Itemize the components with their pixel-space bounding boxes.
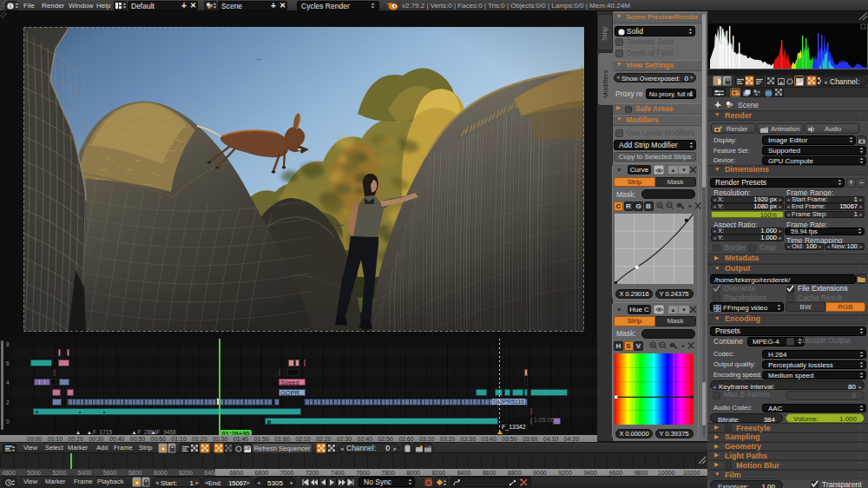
svg-text:01:50: 01:50: [254, 436, 270, 442]
svg-text:00:40: 00:40: [109, 436, 125, 442]
svg-text:04:10: 04:10: [543, 436, 559, 442]
svg-text:02:40: 02:40: [358, 436, 373, 442]
svg-text:01:40: 01:40: [233, 436, 249, 442]
svg-text:02:20: 02:20: [316, 436, 332, 442]
svg-text:01:10: 01:10: [171, 436, 187, 442]
svg-text:03:30: 03:30: [461, 436, 477, 442]
svg-text:01:60: 01:60: [274, 436, 290, 442]
svg-text:00:20: 00:20: [68, 436, 83, 442]
svg-text:03:50: 03:50: [502, 436, 517, 442]
svg-text:i: i: [10, 3, 11, 9]
svg-text:01:30: 01:30: [213, 436, 228, 442]
svg-text:02:50: 02:50: [378, 436, 393, 442]
svg-text:00:50: 00:50: [130, 436, 146, 442]
svg-text:F_13342: F_13342: [502, 425, 526, 431]
svg-text:03:10: 03:10: [419, 436, 435, 442]
svg-text:01:20: 01:20: [192, 436, 207, 442]
svg-text:04:20: 04:20: [564, 436, 580, 442]
svg-text:02:30: 02:30: [337, 436, 352, 442]
svg-text:02:10: 02:10: [295, 436, 311, 442]
svg-text:00:60: 00:60: [151, 436, 167, 442]
svg-text:03:40: 03:40: [481, 436, 496, 442]
svg-text:02:60: 02:60: [398, 436, 414, 442]
svg-text:03:60: 03:60: [523, 436, 538, 442]
svg-text:00:00: 00:00: [27, 436, 43, 442]
svg-text:00:30: 00:30: [89, 436, 104, 442]
svg-text:03:20: 03:20: [440, 436, 456, 442]
svg-text:00:10: 00:10: [48, 436, 63, 442]
